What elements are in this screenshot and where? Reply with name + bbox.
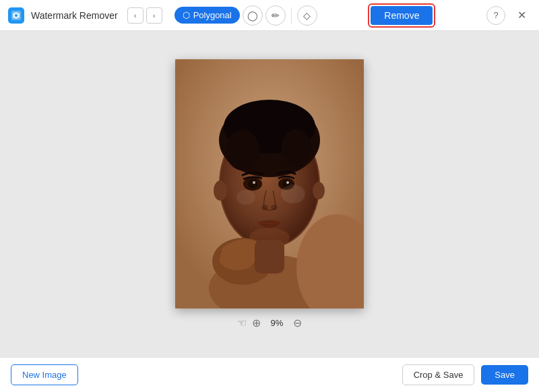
svg-point-1	[15, 14, 18, 17]
hand-icon[interactable]: ☜	[237, 317, 247, 329]
svg-point-19	[271, 205, 278, 210]
erase-tool-button[interactable]: ◇	[297, 5, 317, 26]
help-button[interactable]: ?	[486, 6, 505, 25]
polygonal-icon: ⬡	[183, 10, 190, 20]
portrait	[175, 59, 364, 308]
portrait-svg	[175, 59, 364, 308]
erase-icon: ◇	[303, 10, 311, 21]
crop-save-button[interactable]: Crop & Save	[402, 364, 475, 385]
zoom-out-icon[interactable]: ⊖	[293, 317, 302, 329]
polygonal-tool-button[interactable]: ⬡ Polygonal	[175, 7, 240, 24]
new-image-button[interactable]: New Image	[11, 364, 78, 385]
brush-tool-button[interactable]: ✏	[265, 5, 286, 26]
title-bar: Watermark Remover ‹ › ⬡ Polygonal ◯ ✏ ◇ …	[0, 0, 539, 31]
svg-point-14	[248, 179, 257, 189]
svg-point-10	[226, 130, 259, 170]
zoom-in-icon[interactable]: ⊕	[252, 317, 261, 329]
close-button[interactable]: ✕	[512, 6, 531, 25]
nav-back-button[interactable]: ‹	[127, 7, 144, 24]
save-button[interactable]: Save	[481, 365, 528, 385]
svg-point-26	[236, 190, 255, 205]
remove-button[interactable]: Remove	[371, 6, 433, 25]
app-title: Watermark Remover	[31, 10, 118, 21]
svg-point-18	[261, 205, 268, 210]
svg-rect-24	[255, 240, 284, 273]
toolbar-tools: ⬡ Polygonal ◯ ✏ ◇	[175, 5, 317, 26]
svg-point-23	[313, 182, 325, 199]
lasso-tool-button[interactable]: ◯	[243, 5, 263, 26]
svg-point-11	[282, 129, 311, 167]
remove-button-wrapper: Remove	[368, 3, 435, 28]
zoom-controls: ☜ ⊕ 9% ⊖	[237, 317, 302, 329]
image-container	[175, 59, 364, 308]
svg-point-25	[281, 185, 305, 203]
bottom-bar: New Image Crop & Save Save	[0, 357, 539, 392]
brush-icon: ✏	[272, 10, 280, 21]
svg-point-16	[253, 181, 255, 184]
svg-point-17	[286, 181, 289, 184]
lasso-icon: ◯	[247, 10, 258, 21]
main-content: ☜ ⊕ 9% ⊖	[0, 31, 539, 357]
zoom-level: 9%	[266, 318, 288, 328]
photo-display	[175, 59, 364, 308]
nav-forward-button[interactable]: ›	[146, 7, 162, 24]
app-icon	[8, 7, 24, 24]
svg-point-22	[214, 181, 227, 201]
polygonal-label: Polygonal	[193, 10, 232, 20]
tool-separator	[291, 7, 292, 24]
nav-buttons: ‹ ›	[127, 7, 162, 24]
